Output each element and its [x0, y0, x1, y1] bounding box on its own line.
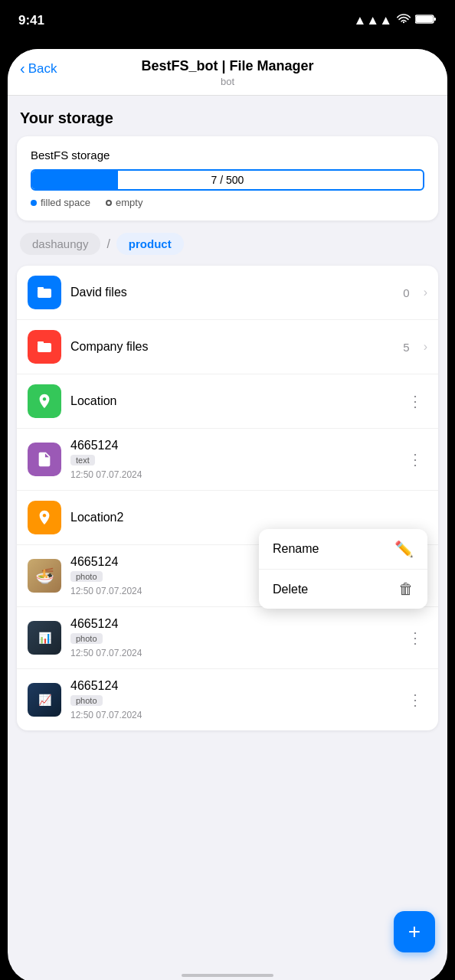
- item-badge: text: [70, 455, 95, 466]
- item-name: 4665124: [70, 679, 394, 693]
- list-item[interactable]: 📈 4665124 photo 12:50 07.07.2024 ⋮: [17, 669, 438, 730]
- photo-thumbnail-dark: 📊: [28, 621, 61, 655]
- thumb-content: 📊: [28, 621, 61, 655]
- item-name: Location: [70, 394, 394, 408]
- top-nav: ‹ Back BestFS_bot | File Manager bot: [8, 49, 447, 96]
- breadcrumb-current[interactable]: product: [116, 233, 184, 255]
- breadcrumb-separator: /: [106, 237, 110, 251]
- svg-rect-1: [416, 16, 433, 22]
- file-list-wrapper: David files 0 ›: [17, 266, 438, 730]
- svg-rect-11: [39, 347, 50, 348]
- item-count: 5: [403, 341, 409, 354]
- item-timestamp: 12:50 07.07.2024: [70, 648, 394, 658]
- delete-label: Delete: [273, 583, 308, 596]
- location-icon-green: [28, 384, 61, 418]
- storage-legend: filled space empty: [31, 197, 424, 208]
- back-chevron-icon: ‹: [20, 60, 25, 77]
- legend-dot-filled: [31, 200, 37, 206]
- svg-rect-2: [434, 18, 436, 21]
- home-bar: [182, 974, 273, 977]
- thumb-content: 📈: [28, 683, 61, 717]
- more-options-icon[interactable]: ⋮: [403, 447, 427, 472]
- item-content: Location2: [70, 511, 427, 524]
- svg-rect-7: [39, 294, 47, 295]
- list-item[interactable]: Location ⋮: [17, 374, 438, 429]
- folder-icon-blue: [28, 276, 61, 309]
- item-name: Location2: [70, 511, 427, 524]
- item-name: Company files: [70, 340, 394, 354]
- item-timestamp: 12:50 07.07.2024: [70, 710, 394, 720]
- rename-icon: ✏️: [394, 540, 414, 558]
- storage-card: BestFS storage 7 / 500 filled space empt…: [17, 136, 438, 220]
- delete-icon: 🗑: [398, 580, 414, 598]
- phone-frame: ‹ Back BestFS_bot | File Manager bot You…: [8, 49, 447, 980]
- legend-filled: filled space: [31, 197, 90, 208]
- breadcrumb: dashaungy / product: [20, 233, 435, 255]
- item-content: 4665124 text 12:50 07.07.2024: [70, 439, 394, 480]
- item-content: Company files: [70, 340, 394, 354]
- list-item[interactable]: 📊 4665124 photo 12:50 07.07.2024 ⋮: [17, 607, 438, 669]
- nav-subtitle: bot: [221, 76, 234, 87]
- wifi-icon: [397, 13, 411, 28]
- context-menu-rename[interactable]: Rename ✏️: [259, 529, 427, 570]
- list-item[interactable]: Company files 5 ›: [17, 320, 438, 374]
- rename-label: Rename: [273, 542, 319, 556]
- status-time: 9:41: [18, 13, 44, 28]
- battery-icon: [415, 13, 437, 28]
- more-options-icon[interactable]: ⋮: [403, 688, 427, 712]
- item-content: 4665124 photo 12:50 07.07.2024: [70, 679, 394, 720]
- legend-filled-label: filled space: [41, 197, 90, 208]
- context-menu: Rename ✏️ Delete 🗑: [259, 529, 427, 609]
- more-options-icon[interactable]: ⋮: [403, 626, 427, 650]
- back-button[interactable]: ‹ Back: [20, 60, 57, 77]
- list-item[interactable]: Location2 Rename ✏️ Delete 🗑: [17, 491, 438, 545]
- signal-icon: ▲▲▲: [354, 13, 392, 28]
- item-content: David files: [70, 286, 394, 299]
- legend-empty: empty: [106, 197, 142, 208]
- file-icon-purple: [28, 443, 61, 476]
- progress-text: 7 / 500: [32, 171, 423, 189]
- item-badge: photo: [70, 695, 103, 706]
- svg-rect-10: [39, 345, 41, 346]
- folder-icon-red: [28, 330, 61, 364]
- legend-empty-label: empty: [116, 197, 142, 208]
- progress-bar-container: 7 / 500: [31, 169, 424, 191]
- location-icon-orange: [28, 501, 61, 534]
- item-count: 0: [403, 286, 409, 299]
- svg-rect-13: [41, 460, 47, 461]
- add-icon: +: [408, 920, 421, 944]
- svg-rect-6: [39, 292, 50, 293]
- photo-thumbnail-dark2: 📈: [28, 683, 61, 717]
- item-name: 4665124: [70, 439, 394, 452]
- fab-area: +: [8, 906, 447, 968]
- status-bar: 9:41 ▲▲▲: [0, 0, 455, 41]
- item-name: 4665124: [70, 617, 394, 631]
- item-content: Location: [70, 394, 394, 408]
- item-timestamp: 12:50 07.07.2024: [70, 469, 394, 480]
- chevron-right-icon: ›: [424, 286, 427, 299]
- nav-title: BestFS_bot | File Manager: [141, 58, 313, 74]
- legend-dot-empty: [106, 200, 112, 206]
- status-icons: ▲▲▲: [354, 13, 437, 28]
- add-button[interactable]: +: [394, 911, 435, 952]
- item-content: 4665124 photo 12:50 07.07.2024: [70, 617, 394, 658]
- storage-card-title: BestFS storage: [31, 149, 424, 162]
- thumb-content: 🍜: [28, 559, 61, 593]
- content-area: Your storage BestFS storage 7 / 500 fill…: [8, 96, 447, 906]
- list-item[interactable]: David files 0 ›: [17, 266, 438, 320]
- list-item[interactable]: 4665124 text 12:50 07.07.2024 ⋮: [17, 429, 438, 491]
- context-menu-delete[interactable]: Delete 🗑: [259, 570, 427, 609]
- home-indicator: [8, 968, 447, 980]
- more-options-icon[interactable]: ⋮: [403, 389, 427, 413]
- item-name: David files: [70, 286, 394, 299]
- item-badge: photo: [70, 571, 103, 582]
- photo-thumbnail: 🍜: [28, 559, 61, 593]
- file-list: David files 0 ›: [17, 266, 438, 730]
- section-title: Your storage: [20, 109, 435, 127]
- svg-rect-5: [39, 290, 41, 292]
- chevron-right-icon: ›: [424, 340, 427, 354]
- breadcrumb-root[interactable]: dashaungy: [20, 233, 100, 255]
- svg-rect-14: [41, 462, 45, 463]
- item-badge: photo: [70, 633, 103, 644]
- back-label: Back: [28, 61, 57, 77]
